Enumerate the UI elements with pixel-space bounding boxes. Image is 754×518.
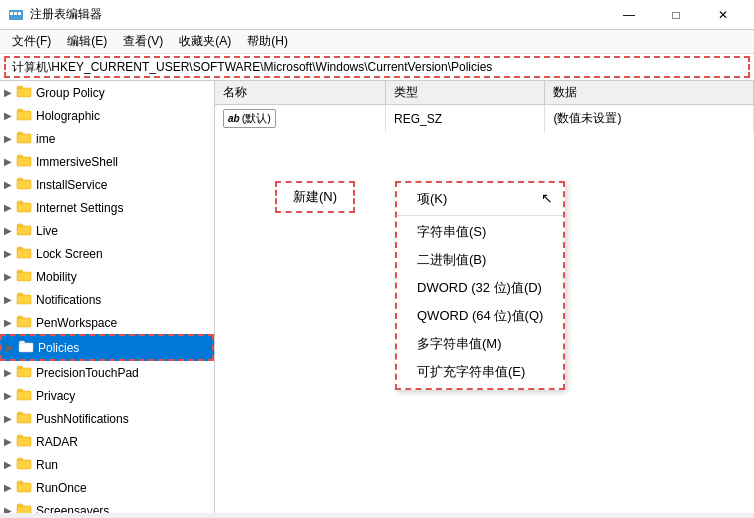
- svg-rect-22: [17, 506, 31, 513]
- folder-icon: [16, 409, 32, 428]
- tree-arrow-icon: ▶: [4, 390, 16, 401]
- tree-arrow-icon: ▶: [4, 271, 16, 282]
- tree-item-label: InstallService: [36, 178, 107, 192]
- right-panel: 名称 类型 数据 ab(默认)REG_SZ(数值未设置) 新建(N) 项(K)↖…: [215, 81, 754, 513]
- tree-item-label: Lock Screen: [36, 247, 103, 261]
- folder-icon: [16, 290, 32, 309]
- cursor-icon: ↖: [541, 190, 553, 206]
- tree-arrow-icon: ▶: [4, 202, 16, 213]
- svg-rect-15: [19, 343, 33, 352]
- submenu-item[interactable]: 字符串值(S): [397, 218, 563, 246]
- tree-item-label: RADAR: [36, 435, 78, 449]
- folder-icon: [18, 338, 34, 357]
- tree-item[interactable]: ▶ Run: [0, 453, 214, 476]
- svg-rect-1: [10, 12, 13, 15]
- tree-item[interactable]: ▶ Internet Settings: [0, 196, 214, 219]
- svg-rect-10: [17, 226, 31, 235]
- tree-arrow-icon: ▶: [4, 294, 16, 305]
- tree-item-label: Internet Settings: [36, 201, 123, 215]
- tree-item[interactable]: ▶ InstallService: [0, 173, 214, 196]
- ab-icon: ab: [228, 113, 240, 124]
- svg-rect-2: [14, 12, 17, 15]
- folder-icon: [16, 386, 32, 405]
- tree-item-label: PenWorkspace: [36, 316, 117, 330]
- tree-item[interactable]: ▶ PenWorkspace: [0, 311, 214, 334]
- submenu-item[interactable]: 二进制值(B): [397, 246, 563, 274]
- address-path: 计算机\HKEY_CURRENT_USER\SOFTWARE\Microsoft…: [12, 59, 492, 76]
- folder-icon: [16, 432, 32, 451]
- menu-view[interactable]: 查看(V): [115, 31, 171, 52]
- svg-rect-5: [17, 111, 31, 120]
- default-value-badge: ab(默认): [223, 109, 276, 128]
- tree-item[interactable]: ▶ Group Policy: [0, 81, 214, 104]
- submenu-item[interactable]: 可扩充字符串值(E): [397, 358, 563, 386]
- col-name: 名称: [215, 81, 385, 105]
- tree-arrow-icon: ▶: [4, 317, 16, 328]
- svg-rect-7: [17, 157, 31, 166]
- tree-item[interactable]: ▶ Privacy: [0, 384, 214, 407]
- maximize-button[interactable]: □: [653, 0, 699, 30]
- tree-item-label: ImmersiveShell: [36, 155, 118, 169]
- tree-item[interactable]: ▶ Notifications: [0, 288, 214, 311]
- submenu-item[interactable]: 项(K)↖: [397, 185, 563, 213]
- submenu-item[interactable]: DWORD (32 位)值(D): [397, 274, 563, 302]
- tree-item[interactable]: ▶ Screensavers: [0, 499, 214, 513]
- close-button[interactable]: ✕: [700, 0, 746, 30]
- svg-rect-13: [17, 295, 31, 304]
- col-data: 数据: [545, 81, 754, 105]
- folder-icon: [16, 267, 32, 286]
- tree-item[interactable]: ▶ Mobility: [0, 265, 214, 288]
- tree-item-label: RunOnce: [36, 481, 87, 495]
- tree-item[interactable]: ▶ PrecisionTouchPad: [0, 361, 214, 384]
- tree-item-label: Notifications: [36, 293, 101, 307]
- cell-data: (数值未设置): [545, 105, 754, 133]
- tree-item[interactable]: ▶ PushNotifications: [0, 407, 214, 430]
- folder-icon: [16, 221, 32, 240]
- menu-file[interactable]: 文件(F): [4, 31, 59, 52]
- tree-item[interactable]: ▶ ime: [0, 127, 214, 150]
- folder-icon: [16, 175, 32, 194]
- tree-item-label: PrecisionTouchPad: [36, 366, 139, 380]
- svg-rect-3: [18, 12, 21, 15]
- tree-item[interactable]: ▶ ImmersiveShell: [0, 150, 214, 173]
- tree-item-label: ime: [36, 132, 55, 146]
- context-menu-area: 新建(N) 项(K)↖字符串值(S)二进制值(B)DWORD (32 位)值(D…: [275, 181, 355, 213]
- svg-rect-12: [17, 272, 31, 281]
- tree-arrow-icon: ▶: [4, 225, 16, 236]
- tree-item[interactable]: ▶ RADAR: [0, 430, 214, 453]
- tree-item[interactable]: ▶ Lock Screen: [0, 242, 214, 265]
- tree-item[interactable]: ▶ Holographic: [0, 104, 214, 127]
- table-row[interactable]: ab(默认)REG_SZ(数值未设置): [215, 105, 754, 133]
- address-bar[interactable]: 计算机\HKEY_CURRENT_USER\SOFTWARE\Microsoft…: [4, 56, 750, 78]
- svg-rect-17: [17, 391, 31, 400]
- tree-item[interactable]: ▶ RunOnce: [0, 476, 214, 499]
- tree-arrow-icon: ▶: [4, 505, 16, 513]
- folder-icon: [16, 478, 32, 497]
- menu-help[interactable]: 帮助(H): [239, 31, 296, 52]
- minimize-button[interactable]: —: [606, 0, 652, 30]
- folder-icon: [16, 244, 32, 263]
- tree-item[interactable]: ▶ Policies: [0, 334, 214, 361]
- menu-divider: [397, 215, 563, 216]
- tree-arrow-icon: ▶: [4, 367, 16, 378]
- folder-icon: [16, 129, 32, 148]
- svg-rect-4: [17, 88, 31, 97]
- folder-icon: [16, 501, 32, 513]
- tree-arrow-icon: ▶: [4, 482, 16, 493]
- svg-rect-18: [17, 414, 31, 423]
- submenu-item[interactable]: QWORD (64 位)值(Q): [397, 302, 563, 330]
- submenu-item[interactable]: 多字符串值(M): [397, 330, 563, 358]
- menu-edit[interactable]: 编辑(E): [59, 31, 115, 52]
- tree-item-label: Mobility: [36, 270, 77, 284]
- tree-item-label: Run: [36, 458, 58, 472]
- new-button[interactable]: 新建(N): [275, 181, 355, 213]
- tree-panel: ▶ Group Policy▶ Holographic▶ ime▶ Immers…: [0, 81, 215, 513]
- tree-arrow-icon: ▶: [4, 459, 16, 470]
- menu-favorites[interactable]: 收藏夹(A): [171, 31, 239, 52]
- menu-bar: 文件(F) 编辑(E) 查看(V) 收藏夹(A) 帮助(H): [0, 30, 754, 54]
- svg-rect-14: [17, 318, 31, 327]
- tree-item[interactable]: ▶ Live: [0, 219, 214, 242]
- tree-item-label: Policies: [38, 341, 79, 355]
- tree-arrow-icon: ▶: [4, 110, 16, 121]
- tree-item-label: Screensavers: [36, 504, 109, 514]
